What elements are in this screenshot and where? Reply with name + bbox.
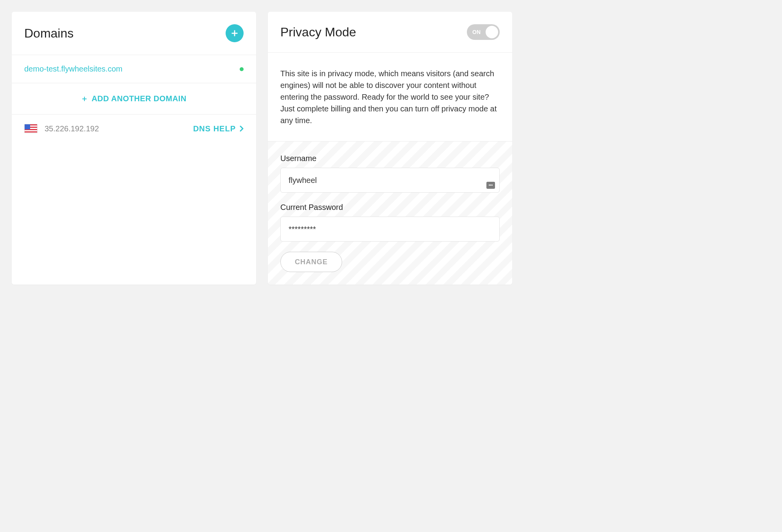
add-domain-button[interactable]: [226, 24, 244, 42]
privacy-description: This site is in privacy mode, which mean…: [280, 68, 500, 126]
domain-link[interactable]: demo-test.flywheelsites.com: [24, 64, 122, 73]
password-manager-icon[interactable]: [486, 182, 495, 189]
privacy-toggle[interactable]: ON: [467, 24, 500, 40]
ip-address: 35.226.192.192: [45, 124, 99, 133]
privacy-description-section: This site is in privacy mode, which mean…: [268, 53, 512, 142]
privacy-header: Privacy Mode ON: [268, 12, 512, 53]
privacy-title: Privacy Mode: [280, 25, 356, 39]
username-field-group: Username: [280, 154, 500, 193]
domain-row: demo-test.flywheelsites.com: [12, 55, 256, 83]
username-input[interactable]: [280, 168, 500, 193]
chevron-right-icon: [240, 125, 244, 132]
status-dot-icon: [240, 67, 244, 71]
change-button[interactable]: CHANGE: [280, 252, 342, 272]
ip-row: 35.226.192.192 DNS HELP: [12, 115, 256, 143]
plus-icon: [230, 29, 239, 38]
domains-header: Domains: [12, 12, 256, 55]
password-field-group: Current Password: [280, 203, 500, 242]
add-domain-label: ADD ANOTHER DOMAIN: [91, 94, 187, 103]
plus-icon: [81, 96, 88, 102]
add-another-domain-button[interactable]: ADD ANOTHER DOMAIN: [12, 83, 256, 115]
toggle-knob: [486, 26, 498, 38]
username-label: Username: [280, 154, 500, 163]
password-input[interactable]: [280, 217, 500, 242]
change-button-label: CHANGE: [295, 258, 328, 266]
dns-help-link[interactable]: DNS HELP: [193, 124, 244, 133]
toggle-state-label: ON: [472, 29, 481, 35]
domains-card: Domains demo-test.flywheelsites.com ADD …: [12, 12, 256, 285]
privacy-card: Privacy Mode ON This site is in privacy …: [268, 12, 512, 285]
us-flag-icon: [24, 124, 38, 133]
dns-help-label: DNS HELP: [193, 124, 236, 133]
domains-title: Domains: [24, 26, 74, 41]
credentials-section: Username Current Password CHANGE: [268, 142, 512, 285]
password-label: Current Password: [280, 203, 500, 212]
